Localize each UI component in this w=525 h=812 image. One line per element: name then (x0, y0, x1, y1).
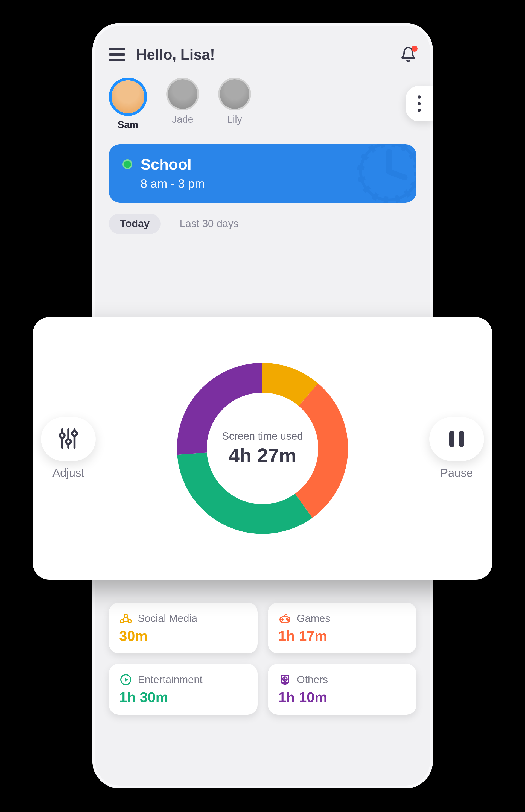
profile-lily[interactable]: Lily (218, 78, 251, 125)
social-media-icon (119, 612, 132, 625)
more-button[interactable] (405, 86, 433, 121)
svg-point-16 (60, 433, 64, 438)
routine-card[interactable]: School 8 am - 3 pm (109, 144, 417, 202)
screen-time-card: Adjust Screen time used 4h 27m Pause (33, 317, 492, 580)
svg-line-3 (389, 172, 405, 178)
profiles-row: Sam Jade Lily (109, 78, 417, 131)
category-name: Others (297, 674, 328, 686)
donut-label: Screen time used (222, 430, 303, 442)
entertainment-icon (119, 673, 132, 686)
avatar (166, 78, 199, 110)
routine-time: 8 am - 3 pm (140, 177, 403, 191)
category-value: 1h 10m (279, 689, 406, 705)
top-bar: Hello, Lisa! (109, 42, 417, 67)
greeting-text: Hello, Lisa! (136, 46, 389, 63)
avatar (218, 78, 251, 110)
category-name: Social Media (138, 613, 197, 625)
status-dot-icon (122, 160, 132, 169)
category-others[interactable]: Others 1h 10m (268, 664, 417, 715)
screen-time-donut: Screen time used 4h 27m (169, 356, 356, 541)
pause-button[interactable]: Pause (429, 417, 484, 480)
profile-sam[interactable]: Sam (109, 78, 147, 131)
profile-name: Jade (172, 114, 193, 125)
avatar (109, 78, 147, 116)
games-icon (279, 612, 291, 625)
others-icon (279, 673, 291, 686)
category-grid: Social Media 30m Games 1h 17m (109, 603, 417, 715)
clock-bg-icon (354, 144, 417, 202)
tab-last-30-days[interactable]: Last 30 days (169, 213, 250, 234)
adjust-label: Adjust (52, 466, 85, 480)
adjust-button[interactable]: Adjust (41, 417, 96, 480)
category-entertainment[interactable]: Entertainment 1h 30m (109, 664, 258, 715)
category-social-media[interactable]: Social Media 30m (109, 603, 258, 653)
profile-name: Sam (118, 119, 138, 131)
svg-point-9 (288, 619, 289, 621)
category-name: Games (297, 613, 330, 625)
notifications-button[interactable] (400, 46, 417, 63)
profile-name: Lily (227, 114, 242, 125)
sliders-icon (56, 426, 81, 452)
pause-label: Pause (440, 466, 473, 480)
donut-value: 4h 27m (229, 444, 296, 467)
tab-today[interactable]: Today (109, 213, 161, 234)
svg-point-17 (66, 439, 71, 444)
category-value: 1h 17m (279, 628, 406, 644)
routine-title: School (140, 155, 192, 173)
category-name: Entertainment (138, 674, 202, 686)
time-range-tabs: Today Last 30 days (109, 213, 417, 234)
notification-dot-icon (411, 46, 418, 52)
more-dots-icon (418, 95, 421, 112)
category-games[interactable]: Games 1h 17m (268, 603, 417, 653)
category-value: 30m (119, 628, 247, 644)
category-value: 1h 30m (119, 689, 247, 705)
profile-jade[interactable]: Jade (166, 78, 199, 125)
menu-icon[interactable] (109, 48, 125, 61)
pause-icon (449, 431, 464, 447)
svg-point-18 (72, 431, 77, 436)
